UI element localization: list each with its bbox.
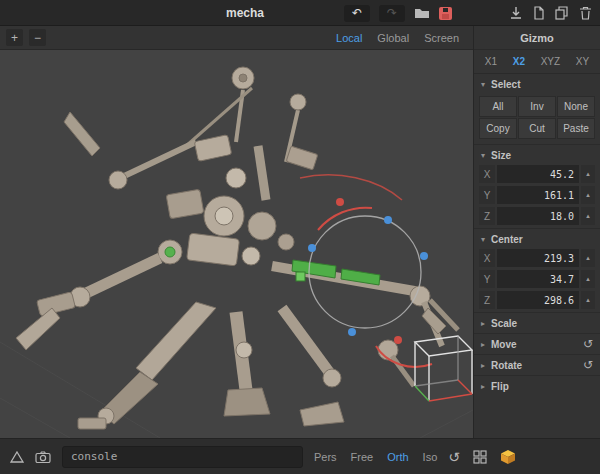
- section-select[interactable]: ▾ Select: [474, 74, 600, 95]
- size-x-input[interactable]: 45.2: [497, 165, 579, 183]
- axis-x-label: X: [479, 249, 495, 267]
- app-window: mecha ↶ ↷: [0, 0, 600, 474]
- copy-button[interactable]: Copy: [479, 118, 517, 139]
- cut-button[interactable]: Cut: [518, 118, 556, 139]
- plus-icon: +: [11, 31, 18, 45]
- status-bar: Pers Free Orth Iso ↺: [0, 438, 600, 474]
- caret-right-icon: ▸: [481, 361, 491, 370]
- reset-view-icon[interactable]: ↺: [448, 450, 460, 464]
- trash-icon: [579, 6, 592, 20]
- stepper-icon[interactable]: ▴: [581, 186, 595, 204]
- reset-move-icon[interactable]: ↺: [583, 337, 593, 351]
- document-title: mecha: [130, 0, 360, 26]
- paste-button[interactable]: Paste: [557, 118, 595, 139]
- grid-icon: [473, 450, 487, 464]
- section-center[interactable]: ▾ Center: [474, 228, 600, 249]
- section-scale[interactable]: ▸ Scale: [474, 312, 600, 333]
- section-rotate[interactable]: ▸ Rotate ↺: [474, 354, 600, 375]
- remove-button[interactable]: −: [29, 29, 46, 46]
- reset-rotate-icon[interactable]: ↺: [583, 358, 593, 372]
- center-y-row: Y 34.7 ▴: [474, 270, 600, 288]
- size-z-input[interactable]: 18.0: [497, 207, 579, 225]
- section-move[interactable]: ▸ Move ↺: [474, 333, 600, 354]
- center-y-input[interactable]: 34.7: [497, 270, 579, 288]
- mode-pers[interactable]: Pers: [314, 451, 337, 463]
- tab-xyz[interactable]: XYZ: [541, 56, 560, 67]
- 3d-scene: [0, 50, 473, 438]
- stepper-icon[interactable]: ▴: [581, 291, 595, 309]
- size-y-input[interactable]: 161.1: [497, 186, 579, 204]
- viewport-column: + − Local Global Screen: [0, 26, 473, 438]
- camera-icon: [35, 451, 51, 463]
- duplicate-button[interactable]: [555, 6, 569, 20]
- section-flip[interactable]: ▸ Flip: [474, 375, 600, 396]
- delete-button[interactable]: [579, 6, 592, 20]
- new-document-button[interactable]: [533, 6, 545, 20]
- axis-z-label: Z: [479, 291, 495, 309]
- camera-mode-tabs: Pers Free Orth Iso: [314, 451, 437, 463]
- select-none-button[interactable]: None: [557, 96, 595, 117]
- stepper-icon[interactable]: ▴: [581, 165, 595, 183]
- section-select-label: Select: [491, 79, 520, 90]
- tab-screen[interactable]: Screen: [424, 32, 459, 44]
- save-icon: [439, 7, 452, 20]
- caret-down-icon: ▾: [481, 235, 491, 244]
- viewport-toolbar: + − Local Global Screen: [0, 26, 473, 50]
- redo-icon: ↷: [387, 6, 397, 20]
- mecha-model: [16, 67, 458, 429]
- folder-icon: [414, 7, 430, 19]
- size-x-row: X 45.2 ▴: [474, 165, 600, 183]
- model-tree-button[interactable]: [10, 451, 24, 463]
- axis-y-label: Y: [479, 270, 495, 288]
- shading-toggle-button[interactable]: [500, 449, 516, 465]
- stepper-icon[interactable]: ▴: [581, 249, 595, 267]
- redo-button[interactable]: ↷: [379, 5, 405, 22]
- document-icon: [533, 6, 545, 20]
- panel-title: Gizmo: [474, 26, 600, 50]
- stepper-icon[interactable]: ▴: [581, 270, 595, 288]
- mode-orth[interactable]: Orth: [387, 451, 408, 463]
- caret-down-icon: ▾: [481, 80, 491, 89]
- tab-global[interactable]: Global: [377, 32, 409, 44]
- center-x-row: X 219.3 ▴: [474, 249, 600, 267]
- wireframe-cube: [415, 336, 472, 401]
- caret-right-icon: ▸: [481, 340, 491, 349]
- triangle-icon: [10, 451, 24, 463]
- screenshot-button[interactable]: [35, 451, 51, 463]
- section-size[interactable]: ▾ Size: [474, 144, 600, 165]
- tab-local[interactable]: Local: [336, 32, 362, 44]
- open-folder-button[interactable]: [414, 7, 430, 19]
- gizmo-panel: Gizmo X1 X2 XYZ XY ▾ Select All Inv None…: [473, 26, 600, 438]
- console-input[interactable]: [62, 446, 303, 468]
- mode-free[interactable]: Free: [351, 451, 374, 463]
- caret-right-icon: ▸: [481, 382, 491, 391]
- stepper-icon[interactable]: ▴: [581, 207, 595, 225]
- mode-iso[interactable]: Iso: [423, 451, 438, 463]
- view-tools: ↺: [448, 449, 516, 465]
- tab-x2[interactable]: X2: [513, 56, 525, 67]
- select-inv-button[interactable]: Inv: [518, 96, 556, 117]
- caret-right-icon: ▸: [481, 319, 491, 328]
- axis-x-label: X: [479, 165, 495, 183]
- grid-toggle-button[interactable]: [473, 450, 487, 464]
- center-z-input[interactable]: 298.6: [497, 291, 579, 309]
- section-center-label: Center: [491, 234, 523, 245]
- caret-down-icon: ▾: [481, 151, 491, 160]
- center-x-input[interactable]: 219.3: [497, 249, 579, 267]
- select-all-button[interactable]: All: [479, 96, 517, 117]
- cube-icon: [500, 449, 516, 465]
- undo-icon: ↶: [352, 6, 362, 20]
- section-rotate-label: Rotate: [491, 360, 522, 371]
- tab-x1[interactable]: X1: [485, 56, 497, 67]
- undo-button[interactable]: ↶: [344, 5, 370, 22]
- center-z-row: Z 298.6 ▴: [474, 291, 600, 309]
- section-size-label: Size: [491, 150, 511, 161]
- minus-icon: −: [34, 31, 41, 45]
- save-button[interactable]: [439, 7, 452, 20]
- tab-xy[interactable]: XY: [576, 56, 589, 67]
- viewport-3d[interactable]: [0, 50, 473, 438]
- add-button[interactable]: +: [6, 29, 23, 46]
- top-bar: mecha ↶ ↷: [0, 0, 600, 26]
- size-y-row: Y 161.1 ▴: [474, 186, 600, 204]
- download-button[interactable]: [509, 6, 523, 20]
